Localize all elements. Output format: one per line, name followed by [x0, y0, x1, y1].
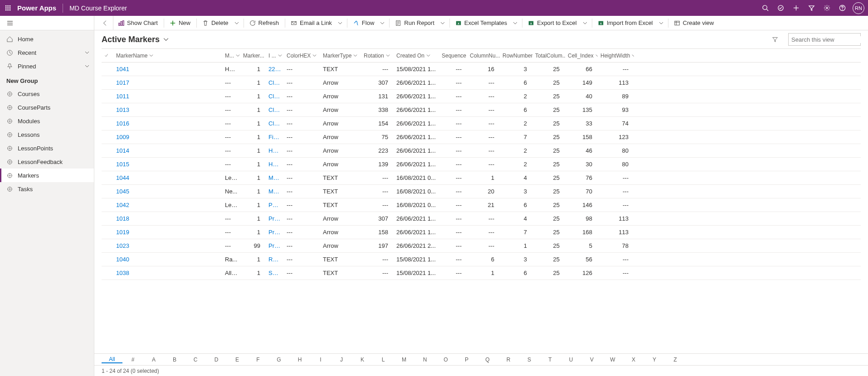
- alpha-filter-w[interactable]: W: [602, 357, 623, 363]
- row-checkbox[interactable]: [102, 171, 113, 185]
- cell-colorhex[interactable]: Ranieri: [266, 253, 284, 266]
- alpha-filter-#[interactable]: #: [122, 357, 143, 363]
- excel-templates-dropdown[interactable]: [512, 21, 521, 25]
- row-checkbox[interactable]: [102, 253, 113, 266]
- export-excel-button[interactable]: XExport to Excel: [523, 16, 581, 30]
- sidebar-item-lessonpoints[interactable]: LessonPoints: [0, 141, 94, 155]
- table-row[interactable]: 1041He'...122 wins---TEXT---15/08/2021 1…: [102, 63, 861, 76]
- table-row[interactable]: 1038All ...1Should---TEXT---15/08/2021 1…: [102, 266, 861, 280]
- email-dropdown[interactable]: [337, 21, 346, 25]
- table-row[interactable]: 1023---99Proximi---Arrow19726/06/2021 2.…: [102, 239, 861, 253]
- table-row[interactable]: 1017---1Closure---Arrow30726/06/2021 1..…: [102, 76, 861, 90]
- row-checkbox[interactable]: [102, 185, 113, 198]
- table-row[interactable]: 1019---1Proximi---Arrow15826/06/2021 1..…: [102, 226, 861, 239]
- run-report-dropdown[interactable]: [439, 21, 449, 25]
- alpha-filter-k[interactable]: K: [352, 357, 373, 363]
- col-totalcolumns[interactable]: TotalColum...: [532, 49, 565, 63]
- alpha-filter-s[interactable]: S: [519, 357, 540, 363]
- sidebar-item-courses[interactable]: Courses: [0, 87, 94, 101]
- cell-markername[interactable]: 1044: [113, 171, 222, 185]
- nav-toggle-icon[interactable]: [0, 16, 92, 30]
- alpha-filter-t[interactable]: T: [540, 357, 561, 363]
- cell-colorhex[interactable]: Proximi: [266, 239, 284, 253]
- export-excel-dropdown[interactable]: [582, 21, 591, 25]
- alpha-filter-r[interactable]: R: [498, 357, 519, 363]
- table-row[interactable]: 1042Lei...1Positior---TEXT---16/08/2021 …: [102, 198, 861, 212]
- table-row[interactable]: 1014---1How hu---Arrow22326/06/2021 1...…: [102, 144, 861, 158]
- delete-dropdown[interactable]: [234, 21, 243, 25]
- alpha-filter-l[interactable]: L: [373, 357, 394, 363]
- cell-colorhex[interactable]: Proximi: [266, 226, 284, 239]
- import-excel-dropdown[interactable]: [658, 21, 667, 25]
- view-selector[interactable]: Active Markers: [102, 35, 169, 44]
- app-launcher-icon[interactable]: [4, 4, 13, 13]
- col-columnnum[interactable]: ColumnNu...: [467, 49, 500, 63]
- flow-dropdown[interactable]: [379, 21, 388, 25]
- sidebar-item-tasks[interactable]: Tasks: [0, 182, 94, 196]
- alpha-filter-b[interactable]: B: [164, 357, 185, 363]
- user-avatar[interactable]: RN: [853, 2, 864, 14]
- new-button[interactable]: New: [165, 16, 195, 30]
- cell-colorhex[interactable]: Massive: [266, 171, 284, 185]
- alpha-filter-e[interactable]: E: [227, 357, 248, 363]
- cell-markername[interactable]: 1038: [113, 266, 222, 280]
- col-markername[interactable]: MarkerName: [113, 49, 222, 63]
- cell-markername[interactable]: 1016: [113, 117, 222, 130]
- cell-markername[interactable]: 1015: [113, 158, 222, 171]
- alpha-filter-q[interactable]: Q: [477, 357, 498, 363]
- table-row[interactable]: 1045Ne...1Massive---TEXT---16/08/2021 0.…: [102, 185, 861, 198]
- sidebar-home[interactable]: Home: [0, 32, 94, 46]
- alpha-filter-all[interactable]: All: [102, 356, 122, 363]
- cell-colorhex[interactable]: Figure (: [266, 130, 284, 144]
- col-marker[interactable]: Marker...: [240, 49, 266, 63]
- alpha-filter-j[interactable]: J: [331, 357, 352, 363]
- show-chart-button[interactable]: Show Chart: [113, 16, 163, 30]
- cell-markername[interactable]: 1042: [113, 198, 222, 212]
- row-checkbox[interactable]: [102, 158, 113, 171]
- col-markertype[interactable]: MarkerType: [320, 49, 361, 63]
- cell-markername[interactable]: 1011: [113, 90, 222, 103]
- run-report-button[interactable]: Run Report: [390, 16, 439, 30]
- alpha-filter-n[interactable]: N: [414, 357, 435, 363]
- col-createdon[interactable]: Created On: [394, 49, 439, 63]
- search-view-box[interactable]: [788, 33, 861, 46]
- cell-colorhex[interactable]: How hu: [266, 158, 284, 171]
- flow-button[interactable]: Flow: [348, 16, 379, 30]
- col-rotation[interactable]: Rotation: [361, 49, 394, 63]
- row-checkbox[interactable]: [102, 212, 113, 226]
- alpha-filter-c[interactable]: C: [185, 357, 206, 363]
- alpha-filter-h[interactable]: H: [289, 357, 310, 363]
- col-heightwidth[interactable]: HeightWidth: [598, 49, 634, 63]
- filter-icon[interactable]: [804, 0, 819, 16]
- cell-markername[interactable]: 1013: [113, 103, 222, 117]
- sidebar-recent[interactable]: Recent: [0, 46, 94, 59]
- cell-colorhex[interactable]: Should: [266, 266, 284, 280]
- sidebar-item-lessons[interactable]: Lessons: [0, 128, 94, 141]
- select-all-checkbox[interactable]: [102, 49, 113, 63]
- alpha-filter-g[interactable]: G: [268, 357, 289, 363]
- alpha-filter-f[interactable]: F: [248, 357, 268, 363]
- table-row[interactable]: 1016---1Closure---Arrow15426/06/2021 1..…: [102, 117, 861, 130]
- row-checkbox[interactable]: [102, 144, 113, 158]
- alpha-filter-o[interactable]: O: [435, 357, 456, 363]
- cell-markername[interactable]: 1019: [113, 226, 222, 239]
- cell-colorhex[interactable]: Massive: [266, 185, 284, 198]
- row-checkbox[interactable]: [102, 103, 113, 117]
- sidebar-item-courseparts[interactable]: CourseParts: [0, 101, 94, 114]
- sidebar-item-markers[interactable]: Markers: [0, 169, 94, 182]
- filter-button[interactable]: [768, 33, 782, 46]
- table-row[interactable]: 1011---1Closure---Arrow13126/06/2021 1..…: [102, 90, 861, 103]
- row-checkbox[interactable]: [102, 90, 113, 103]
- cell-colorhex[interactable]: Proximi: [266, 212, 284, 226]
- assistant-icon[interactable]: [773, 0, 788, 16]
- table-row[interactable]: 1018---1Proximi---Arrow30726/06/2021 1..…: [102, 212, 861, 226]
- excel-templates-button[interactable]: XExcel Templates: [451, 16, 512, 30]
- alpha-filter-x[interactable]: X: [623, 357, 644, 363]
- row-checkbox[interactable]: [102, 76, 113, 90]
- alpha-filter-p[interactable]: P: [456, 357, 477, 363]
- cell-markername[interactable]: 1040: [113, 253, 222, 266]
- row-checkbox[interactable]: [102, 226, 113, 239]
- row-checkbox[interactable]: [102, 130, 113, 144]
- alpha-filter-a[interactable]: A: [143, 357, 164, 363]
- alpha-filter-u[interactable]: U: [561, 357, 581, 363]
